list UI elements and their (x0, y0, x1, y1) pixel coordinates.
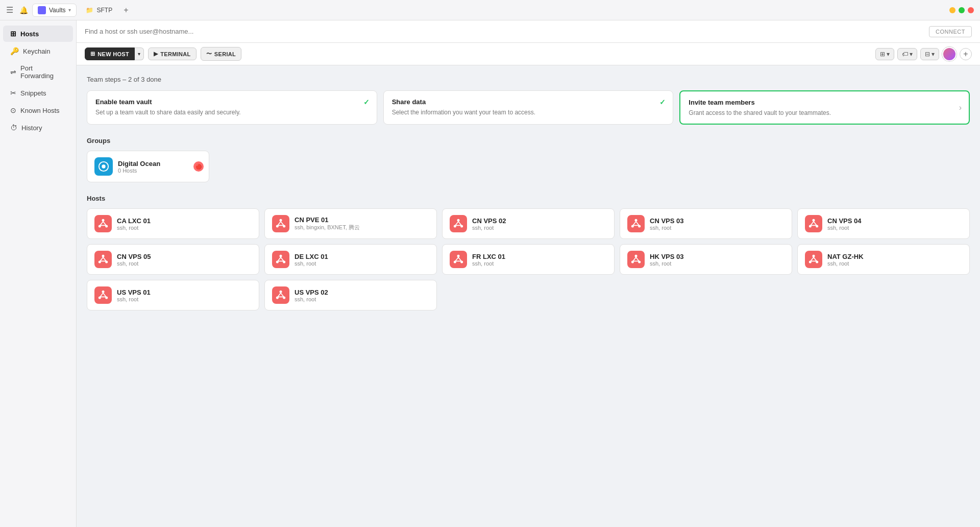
host-card-nat-gz-hk[interactable]: NAT GZ-HK ssh, root (797, 244, 970, 275)
host-card-hk-vps-03[interactable]: HK VPS 03 ssh, root (620, 244, 792, 275)
new-host-button[interactable]: ⊞ NEW HOST (85, 47, 135, 60)
host-card-de-lxc-01[interactable]: DE LXC 01 ssh, root (264, 244, 437, 275)
svg-point-11 (635, 219, 638, 222)
us-vps-02-info: US VPS 02 ssh, root (295, 289, 328, 302)
sidebar-item-port-forwarding[interactable]: ⇌ Port Forwarding (3, 60, 73, 84)
vaults-tab[interactable]: Vaults ▾ (32, 4, 77, 17)
digital-ocean-info: Digital Ocean 0 Hosts (118, 160, 160, 174)
minimize-button[interactable] (949, 7, 955, 13)
new-host-dropdown-button[interactable]: ▾ (135, 47, 144, 60)
step-share-data-title: Share data (392, 98, 665, 106)
svg-point-29 (813, 255, 815, 257)
digital-ocean-count: 0 Hosts (118, 167, 160, 174)
sort-icon: ⊟ (925, 51, 930, 58)
sidebar-item-keychain[interactable]: 🔑 Keychain (3, 43, 73, 59)
step-card-invite-members[interactable]: Invite team members Grant access to the … (679, 90, 970, 125)
fr-lxc-01-info: FR LXC 01 ssh, root (472, 253, 505, 267)
grid-icon: ⊞ (880, 51, 885, 58)
cn-vps-02-name: CN VPS 02 (472, 217, 506, 225)
svg-point-35 (280, 291, 282, 293)
app-layout: ⊞ Hosts 🔑 Keychain ⇌ Port Forwarding ✂ S… (0, 20, 980, 527)
sidebar-hosts-label: Hosts (20, 30, 39, 38)
host-card-ca-lxc-01[interactable]: CA LXC 01 ssh, root (87, 208, 259, 239)
us-vps-02-meta: ssh, root (295, 296, 328, 302)
svg-point-17 (102, 255, 105, 257)
grid-chevron-icon: ▾ (887, 51, 890, 58)
host-card-cn-vps-05[interactable]: CN VPS 05 ssh, root (87, 244, 259, 275)
sidebar-snippets-label: Snippets (20, 89, 46, 97)
de-lxc-01-meta: ssh, root (295, 260, 328, 267)
svg-point-14 (813, 219, 815, 222)
step-enable-vault-check: ✓ (363, 98, 370, 106)
cn-pve-01-icon (272, 215, 289, 232)
svg-point-1 (102, 164, 105, 168)
group-card-digital-ocean[interactable]: Digital Ocean 0 Hosts 🔴 (87, 151, 209, 182)
cn-vps-02-info: CN VPS 02 ssh, root (472, 217, 506, 231)
vault-icon (38, 6, 46, 14)
main-content: CONNECT ⊞ NEW HOST ▾ ▶ TERMINAL 〜 SERIAL (77, 20, 980, 527)
avatar[interactable] (942, 47, 957, 61)
cn-vps-03-name: CN VPS 03 (650, 217, 683, 225)
ca-lxc-01-name: CA LXC 01 (117, 217, 151, 225)
add-member-button[interactable]: + (960, 48, 972, 60)
vaults-chevron-icon[interactable]: ▾ (68, 7, 71, 13)
sort-chevron-icon: ▾ (932, 51, 935, 58)
titlebar: ☰ 🔔 Vaults ▾ 📁 SFTP + (0, 0, 980, 20)
fr-lxc-01-meta: ssh, root (472, 260, 505, 267)
host-card-cn-vps-04[interactable]: CN VPS 04 ssh, root (797, 208, 970, 239)
sidebar-item-snippets[interactable]: ✂ Snippets (3, 85, 73, 101)
step-card-enable-vault[interactable]: Enable team vault Set up a team vault to… (87, 90, 377, 125)
cn-pve-01-meta: ssh, bingxin, BXNET, 腾云 (295, 224, 360, 231)
window-controls (949, 7, 974, 13)
cn-vps-04-meta: ssh, root (827, 225, 861, 231)
cn-vps-05-name: CN VPS 05 (117, 253, 151, 260)
tag-icon: 🏷 (902, 51, 908, 58)
maximize-button[interactable] (959, 7, 965, 13)
us-vps-01-name: US VPS 01 (117, 289, 151, 296)
hk-vps-03-info: HK VPS 03 ssh, root (650, 253, 683, 267)
history-icon: ⏱ (10, 124, 17, 132)
view-sort-button[interactable]: ⊟ ▾ (920, 48, 939, 60)
svg-point-8 (457, 219, 460, 222)
step-share-data-check: ✓ (659, 98, 666, 106)
new-tab-button[interactable]: + (124, 6, 128, 15)
host-card-us-vps-02[interactable]: US VPS 02 ssh, root (264, 280, 437, 310)
sidebar-item-history[interactable]: ⏱ History (3, 119, 73, 136)
cn-vps-04-name: CN VPS 04 (827, 217, 861, 225)
terminal-button[interactable]: ▶ TERMINAL (148, 47, 197, 60)
host-card-fr-lxc-01[interactable]: FR LXC 01 ssh, root (442, 244, 615, 275)
host-card-cn-pve-01[interactable]: CN PVE 01 ssh, bingxin, BXNET, 腾云 (264, 208, 437, 239)
us-vps-01-icon (94, 286, 112, 304)
hosts-section-title: Hosts (87, 195, 970, 202)
host-card-cn-vps-03[interactable]: CN VPS 03 ssh, root (620, 208, 792, 239)
team-steps-progress: – 2 of 3 done (122, 76, 161, 83)
fr-lxc-01-name: FR LXC 01 (472, 253, 505, 260)
svg-point-23 (457, 255, 460, 257)
view-tag-button[interactable]: 🏷 ▾ (897, 48, 917, 60)
notification-icon[interactable]: 🔔 (19, 6, 28, 14)
sidebar-keychain-label: Keychain (23, 47, 50, 55)
view-grid-button[interactable]: ⊞ ▾ (875, 48, 894, 60)
sftp-tab[interactable]: 📁 SFTP (81, 5, 117, 16)
host-card-us-vps-01[interactable]: US VPS 01 ssh, root (87, 280, 259, 310)
step-card-share-data[interactable]: Share data Select the information you wa… (383, 90, 674, 125)
cn-vps-02-meta: ssh, root (472, 225, 506, 231)
connect-button[interactable]: CONNECT (929, 26, 972, 37)
search-input[interactable] (85, 28, 925, 35)
menu-icon[interactable]: ☰ (6, 5, 13, 15)
sidebar-item-hosts[interactable]: ⊞ Hosts (3, 26, 73, 42)
ca-lxc-01-icon (94, 215, 112, 232)
close-button[interactable] (968, 7, 974, 13)
hk-vps-03-icon (627, 251, 645, 268)
cn-vps-04-icon (805, 215, 822, 232)
digital-ocean-name: Digital Ocean (118, 160, 160, 167)
groups-section-title: Groups (87, 137, 970, 145)
sidebar-port-forwarding-label: Port Forwarding (20, 64, 66, 80)
hosts-grid: CA LXC 01 ssh, root CN PVE (87, 208, 970, 310)
serial-button[interactable]: 〜 SERIAL (201, 47, 241, 61)
host-card-cn-vps-02[interactable]: CN VPS 02 ssh, root (442, 208, 615, 239)
sidebar: ⊞ Hosts 🔑 Keychain ⇌ Port Forwarding ✂ S… (0, 20, 77, 527)
sidebar-item-known-hosts[interactable]: ⊙ Known Hosts (3, 102, 73, 118)
cn-vps-03-meta: ssh, root (650, 225, 683, 231)
digital-ocean-icon (94, 157, 113, 176)
